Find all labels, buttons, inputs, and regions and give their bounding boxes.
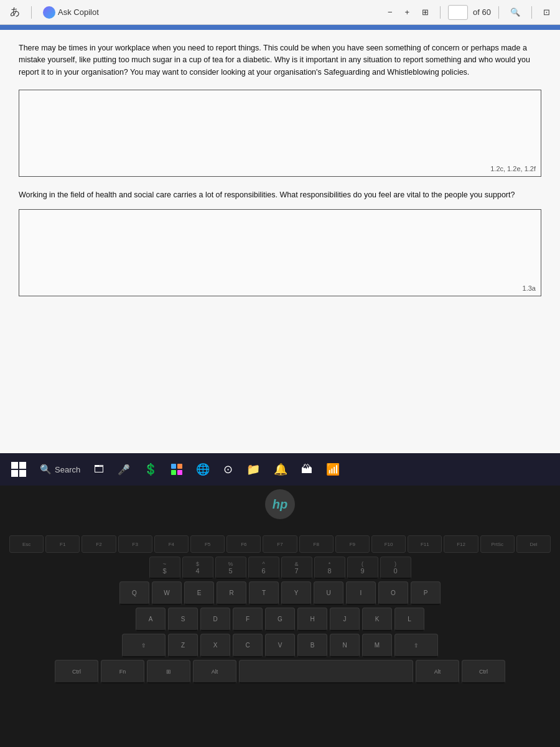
key-c[interactable]: C — [233, 634, 263, 657]
key-0[interactable]: )0 — [380, 557, 411, 579]
widgets-icon — [171, 464, 182, 475]
task-view-icon: 🗔 — [94, 464, 104, 475]
key-m[interactable]: M — [362, 634, 392, 657]
key-win[interactable]: ⊞ — [147, 660, 190, 684]
notification-btn[interactable]: 🔔 — [269, 460, 292, 479]
translate-btn[interactable]: あ — [6, 4, 24, 20]
key-f6[interactable]: F6 — [226, 535, 261, 553]
key-tilde[interactable]: ~$ — [149, 557, 180, 579]
microphone-icon: 🎤 — [118, 464, 130, 476]
notification-icon: 🔔 — [274, 463, 287, 476]
widgets-btn[interactable] — [166, 461, 187, 477]
search-taskbar-label: Search — [55, 465, 80, 474]
key-f8[interactable]: F8 — [299, 535, 334, 553]
search-pdf-btn[interactable]: 🔍 — [506, 6, 524, 18]
key-6[interactable]: ^6 — [248, 557, 279, 579]
key-i[interactable]: I — [346, 581, 376, 605]
edge-icon: 🌐 — [196, 463, 210, 476]
copilot-label: Ask Copilot — [58, 7, 99, 17]
key-prtsc[interactable]: PrtSc — [480, 535, 515, 553]
windows-icon — [11, 462, 26, 477]
key-f2[interactable]: F2 — [82, 535, 116, 553]
key-t[interactable]: T — [249, 581, 279, 605]
key-alt[interactable]: Alt — [193, 660, 236, 684]
copilot-icon — [43, 6, 55, 19]
key-9[interactable]: (9 — [347, 557, 378, 579]
key-7[interactable]: &7 — [281, 557, 312, 579]
key-del[interactable]: Del — [516, 535, 551, 553]
key-e[interactable]: E — [184, 581, 214, 605]
microphone-btn[interactable]: 🎤 — [113, 461, 135, 478]
key-f5[interactable]: F5 — [190, 535, 225, 553]
key-g[interactable]: G — [265, 608, 295, 631]
zxcv-row: ⇧ Z X C V B N M ⇧ — [0, 634, 560, 657]
copy-btn[interactable]: ⊡ — [539, 6, 554, 18]
key-v[interactable]: V — [265, 634, 295, 657]
page-number-input[interactable]: 7 — [448, 5, 468, 20]
key-s[interactable]: S — [168, 608, 198, 631]
fit-btn[interactable]: ⊞ — [418, 6, 432, 18]
key-f[interactable]: F — [233, 608, 263, 631]
key-n[interactable]: N — [330, 634, 360, 657]
key-h[interactable]: H — [297, 608, 327, 631]
key-x[interactable]: X — [200, 634, 230, 657]
key-f3[interactable]: F3 — [118, 535, 152, 553]
answer-box-2[interactable]: 1.3a — [19, 209, 541, 296]
key-q[interactable]: Q — [119, 581, 149, 605]
edge-btn[interactable]: 🌐 — [191, 460, 215, 479]
copilot-btn[interactable]: Ask Copilot — [39, 5, 103, 20]
task-view-btn[interactable]: 🗔 — [89, 461, 109, 477]
key-4[interactable]: $4 — [182, 557, 213, 579]
chrome-icon: ⊙ — [223, 463, 233, 476]
cortana-btn[interactable]: 💲 — [139, 460, 162, 479]
key-8[interactable]: *8 — [314, 557, 345, 579]
key-p[interactable]: P — [411, 581, 441, 605]
chrome-btn[interactable]: ⊙ — [218, 460, 238, 479]
key-f9[interactable]: F9 — [335, 535, 370, 553]
box1-label: 1.2c, 1.2e, 1.2f — [490, 165, 536, 172]
search-pdf-icon: 🔍 — [510, 7, 520, 17]
key-f7[interactable]: F7 — [263, 535, 297, 553]
key-f1[interactable]: F1 — [45, 535, 80, 553]
key-d[interactable]: D — [200, 608, 230, 631]
key-b[interactable]: B — [297, 634, 327, 657]
key-shift-right[interactable]: ⇧ — [394, 634, 438, 657]
key-alt-right[interactable]: Alt — [416, 660, 459, 684]
key-j[interactable]: J — [330, 608, 360, 631]
key-f11[interactable]: F11 — [408, 535, 442, 553]
answer-box-1[interactable]: 1.2c, 1.2e, 1.2f — [19, 90, 541, 177]
gallery-btn[interactable]: 🏔 — [296, 461, 317, 479]
key-esc[interactable]: Esc — [9, 535, 44, 553]
key-r[interactable]: R — [217, 581, 246, 605]
key-u[interactable]: U — [314, 581, 343, 605]
key-k[interactable]: K — [362, 608, 392, 631]
zoom-in-btn[interactable]: + — [401, 6, 413, 18]
key-z[interactable]: Z — [168, 634, 198, 657]
key-space[interactable] — [239, 660, 413, 684]
music-btn[interactable]: 📶 — [321, 460, 345, 479]
zoom-out-btn[interactable]: − — [384, 6, 396, 18]
key-l[interactable]: L — [394, 608, 424, 631]
translate-icon: あ — [10, 6, 20, 19]
key-f10[interactable]: F10 — [371, 535, 406, 553]
key-f12[interactable]: F12 — [444, 535, 478, 553]
key-fn[interactable]: Fn — [101, 660, 144, 684]
key-ctrl[interactable]: Ctrl — [55, 660, 98, 684]
key-f4[interactable]: F4 — [154, 535, 189, 553]
key-a[interactable]: A — [136, 608, 166, 631]
key-5[interactable]: %5 — [215, 557, 246, 579]
question-2: Working in the field of health and socia… — [19, 189, 541, 201]
file-explorer-btn[interactable]: 📁 — [241, 460, 265, 479]
search-taskbar-btn[interactable]: 🔍 Search — [35, 461, 85, 477]
key-ctrl-right[interactable]: Ctrl — [462, 660, 505, 684]
music-icon: 📶 — [326, 463, 340, 476]
qwerty-row: Q W E R T Y U I O P — [0, 581, 560, 605]
asdf-row: A S D F G H J K L — [0, 608, 560, 631]
key-w[interactable]: W — [152, 581, 182, 605]
key-o[interactable]: O — [378, 581, 408, 605]
start-button[interactable] — [6, 459, 31, 479]
total-pages: of 60 — [473, 7, 491, 17]
num-key-row: ~$ $4 %5 ^6 &7 *8 (9 )0 — [0, 557, 560, 579]
key-y[interactable]: Y — [281, 581, 311, 605]
key-shift-left[interactable]: ⇧ — [122, 634, 166, 657]
